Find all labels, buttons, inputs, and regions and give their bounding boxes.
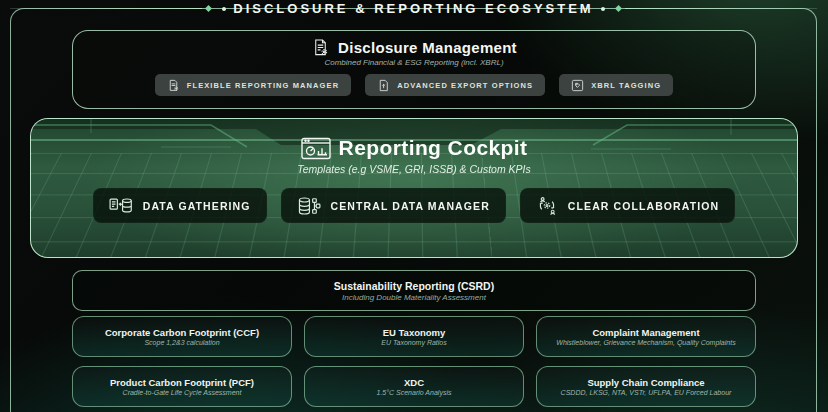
button-label: FLEXIBLE REPORTING MANAGER [187,81,339,90]
xbrl-tagging-button[interactable]: XBRL TAGGING [559,74,673,96]
header: DISCLOSURE & REPORTING ECOSYSTEM [10,0,817,17]
bullet-dot-icon [222,7,226,11]
tag-box-icon [571,79,584,92]
diamond-connector-icon [205,5,212,12]
button-label: CENTRAL DATA MANAGER [331,200,490,212]
cockpit-buttons: DATA GATHERING CENTRAL DATA MANAGER [93,188,735,223]
clear-collaboration-button[interactable]: CLEAR COLLABORATION [520,188,735,223]
bullet-dot-icon [601,7,605,11]
reporting-cockpit-subtitle: Templates (e.g VSME, GRI, ISSB) & Custom… [297,163,531,175]
disclosure-management-header: Disclosure Management [311,38,517,57]
disclosure-buttons: FLEXIBLE REPORTING MANAGER ADVANCED EXPO… [155,74,673,96]
central-data-manager-button[interactable]: CENTRAL DATA MANAGER [281,188,506,223]
module-subtitle: Whistleblower, Grievance Mechanism, Qual… [556,339,735,346]
module-title: EU Taxonomy [383,327,446,338]
module-card-eu-taxonomy: EU Taxonomy EU Taxonomy Ratios [304,316,524,357]
dashboard-icon [301,137,331,160]
module-title: Corporate Carbon Footprint (CCF) [105,327,259,338]
page-title: DISCLOSURE & REPORTING ECOSYSTEM [233,1,593,16]
people-gear-cycle-icon [536,195,558,216]
data-gathering-button[interactable]: DATA GATHERING [93,188,267,223]
module-title: Supply Chain Compliance [587,377,704,388]
module-card-supply-chain: Supply Chain Compliance CSDDD, LKSG, NTA… [536,366,756,407]
module-subtitle: 1.5°C Scenario Analysis [377,389,452,396]
document-export-icon [377,79,390,92]
module-card-ccf: Corporate Carbon Footprint (CCF) Scope 1… [72,316,292,357]
module-card-complaint-management: Complaint Management Whistleblower, Grie… [536,316,756,357]
module-subtitle: EU Taxonomy Ratios [381,339,447,346]
ecosystem-diagram: DISCLOSURE & REPORTING ECOSYSTEM Disclos… [0,0,828,412]
disclosure-management-title: Disclosure Management [338,39,517,56]
button-label: XBRL TAGGING [591,81,661,90]
flexible-reporting-manager-button[interactable]: FLEXIBLE REPORTING MANAGER [155,74,351,96]
csrd-subtitle: Including Double Materiality Assessment [342,293,486,302]
document-gear-icon [167,79,180,92]
disclosure-management-subtitle: Combined Financial & ESG Reporting (incl… [324,58,503,67]
module-title: XDC [404,377,424,388]
document-to-database-icon [109,196,133,216]
reporting-cockpit-content: Reporting Cockpit Templates (e.g VSME, G… [31,119,797,223]
button-label: CLEAR COLLABORATION [568,200,719,212]
module-subtitle: CSDDD, LKSG, NTA, VSTr, UFLPA, EU Forced… [561,389,732,396]
disclosure-management-panel: Disclosure Management Combined Financial… [72,30,756,109]
advanced-export-options-button[interactable]: ADVANCED EXPORT OPTIONS [365,74,545,96]
modules-grid: Corporate Carbon Footprint (CCF) Scope 1… [72,316,756,407]
button-label: DATA GATHERING [143,200,251,212]
diamond-connector-icon [615,5,622,12]
reporting-cockpit-header: Reporting Cockpit [301,136,528,160]
reporting-cockpit-panel: Reporting Cockpit Templates (e.g VSME, G… [30,118,798,258]
csrd-title: Sustainability Reporting (CSRD) [334,280,494,292]
reporting-cockpit-title: Reporting Cockpit [339,136,528,160]
module-subtitle: Scope 1,2&3 calculation [144,339,219,346]
button-label: ADVANCED EXPORT OPTIONS [397,81,533,90]
divider-line [10,8,202,9]
document-gear-icon [311,38,330,57]
module-title: Complaint Management [592,327,699,338]
module-card-xdc: XDC 1.5°C Scenario Analysis [304,366,524,407]
divider-line [625,8,817,9]
module-subtitle: Cradle-to-Gate Life Cycle Assessment [123,389,242,396]
module-card-pcf: Product Carbon Footprint (PCF) Cradle-to… [72,366,292,407]
module-title: Product Carbon Footprint (PCF) [110,377,254,388]
csrd-bar: Sustainability Reporting (CSRD) Includin… [72,270,756,311]
database-flow-icon [297,196,321,216]
